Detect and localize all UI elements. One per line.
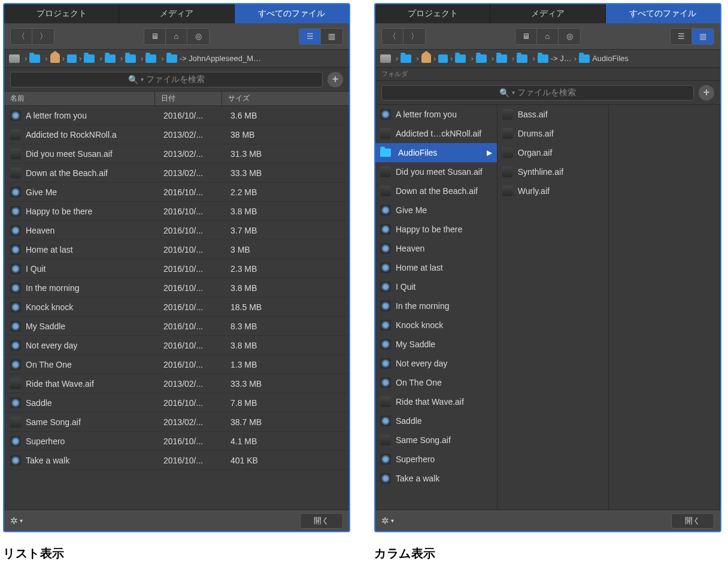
crumb-dropbox[interactable] <box>67 54 77 63</box>
crumb-folder[interactable] <box>455 54 468 63</box>
table-row[interactable]: Superhero2016/10/...4.1 MB <box>4 432 349 451</box>
list-item[interactable]: Home at last <box>375 258 497 277</box>
table-row[interactable]: Not every day2016/10/...3.8 MB <box>4 336 349 355</box>
list-item[interactable]: Wurly.aif <box>498 181 608 201</box>
list-item[interactable]: Ride that Wave.aif <box>375 392 497 411</box>
list-item[interactable]: Saddle <box>375 411 497 430</box>
list-item[interactable]: I Quit <box>375 277 497 296</box>
project-loc-button[interactable]: ◎ <box>187 29 209 44</box>
list-item[interactable]: Drums.aif <box>498 124 608 143</box>
table-row[interactable]: Knock knock2016/10/...18.5 MB <box>4 298 349 317</box>
open-button[interactable]: 開く <box>300 513 343 529</box>
tab-media[interactable]: メディア <box>119 4 234 23</box>
list-item[interactable]: AudioFiles▶ <box>375 143 497 162</box>
list-item[interactable]: Knock knock <box>375 316 497 335</box>
list-view-button[interactable]: ☰ <box>671 29 692 44</box>
column-view-button[interactable]: ▥ <box>321 29 342 44</box>
table-row[interactable]: Give Me2016/10/...2.2 MB <box>4 183 349 202</box>
crumb-home[interactable] <box>421 54 431 63</box>
file-list[interactable]: A letter from you2016/10/...3.6 MBAddict… <box>4 106 349 510</box>
forward-button[interactable]: 〉 <box>404 29 425 44</box>
crumb-folder[interactable] <box>401 54 414 63</box>
crumb-folder[interactable] <box>496 54 509 63</box>
table-row[interactable]: Happy to be there2016/10/...3.8 MB <box>4 202 349 221</box>
add-button[interactable]: + <box>699 85 714 101</box>
add-button[interactable]: + <box>327 72 343 87</box>
list-item[interactable]: Superhero <box>375 450 497 469</box>
crumb-drive[interactable] <box>380 54 393 63</box>
crumb-folder[interactable] <box>84 54 97 63</box>
list-item[interactable]: Synthline.aif <box>498 162 608 181</box>
table-row[interactable]: Take a walk2016/10/...401 KB <box>4 451 349 470</box>
table-row[interactable]: Down at the Beach.aif2013/02/...33.3 MB <box>4 163 349 183</box>
tab-all-files[interactable]: すべてのファイル <box>235 4 349 23</box>
crumb-folder[interactable] <box>517 54 530 63</box>
open-button[interactable]: 開く <box>671 513 714 529</box>
crumb-folder[interactable]: -> J… <box>538 54 572 63</box>
crumb-dropbox[interactable] <box>438 54 448 63</box>
breadcrumb[interactable]: › › › › › › › › -> JohnAppleseed_M… <box>4 50 349 68</box>
table-row[interactable]: Addicted to RockNRoll.a2013/02/...38 MB <box>4 125 349 144</box>
tab-project[interactable]: プロジェクト <box>375 4 490 23</box>
home-button[interactable]: ⌂ <box>537 29 559 44</box>
crumb-home[interactable] <box>50 54 60 63</box>
table-row[interactable]: Did you meet Susan.aif2013/02/...31.3 MB <box>4 144 349 163</box>
list-item[interactable]: Same Song.aif <box>375 430 497 450</box>
column-1[interactable]: A letter from youAddicted t…ckNRoll.aifA… <box>375 105 498 510</box>
column-3[interactable] <box>609 105 720 510</box>
list-view-button[interactable]: ☰ <box>299 29 321 44</box>
table-row[interactable]: Saddle2016/10/...7.8 MB <box>4 393 349 413</box>
table-row[interactable]: I Quit2016/10/...2.3 MB <box>4 259 349 278</box>
action-menu[interactable]: ✲▾ <box>10 516 23 526</box>
list-item[interactable]: Down at the Beach.aif <box>375 181 497 201</box>
crumb-folder[interactable] <box>29 54 43 63</box>
table-row[interactable]: In the morning2016/10/...3.8 MB <box>4 278 349 298</box>
table-row[interactable]: Heaven2016/10/...3.7 MB <box>4 221 349 240</box>
crumb-folder[interactable] <box>145 54 159 63</box>
tab-project[interactable]: プロジェクト <box>4 4 119 23</box>
list-item[interactable]: Take a walk <box>375 469 497 488</box>
list-item[interactable]: Not every day <box>375 354 497 373</box>
crumb-folder[interactable] <box>476 54 489 63</box>
back-button[interactable]: 〈 <box>11 29 32 44</box>
table-row[interactable]: Same Song.aif2013/02/...38.7 MB <box>4 413 349 432</box>
search-input[interactable]: 🔍 ▾ ファイルを検索 <box>10 72 323 87</box>
crumb-drive[interactable] <box>9 54 22 63</box>
breadcrumb[interactable]: › › › › › › › › -> J…› AudioFiles <box>375 50 720 68</box>
forward-button[interactable]: 〉 <box>32 29 54 44</box>
column-2[interactable]: Bass.aifDrums.aifOrgan.aifSynthline.aifW… <box>498 105 609 510</box>
tab-all-files[interactable]: すべてのファイル <box>606 4 720 23</box>
header-name[interactable]: 名前 <box>4 92 155 105</box>
crumb-folder[interactable] <box>125 54 138 63</box>
crumb-current[interactable]: -> JohnAppleseed_M… <box>166 54 261 63</box>
list-item[interactable]: Happy to be there <box>375 220 497 239</box>
list-item[interactable]: Heaven <box>375 239 497 258</box>
list-item[interactable]: Organ.aif <box>498 143 608 162</box>
tab-media[interactable]: メディア <box>490 4 605 23</box>
computer-button[interactable]: 🖥 <box>144 29 166 44</box>
list-item[interactable]: A letter from you <box>375 105 497 124</box>
crumb-current[interactable]: AudioFiles <box>579 54 629 63</box>
table-row[interactable]: My Saddle2016/10/...8.3 MB <box>4 317 349 336</box>
header-size[interactable]: サイズ <box>222 92 349 105</box>
search-input[interactable]: 🔍 ▾ ファイルを検索 <box>381 85 694 101</box>
table-row[interactable]: On The One2016/10/...1.3 MB <box>4 355 349 374</box>
header-date[interactable]: 日付 <box>155 92 222 105</box>
list-item[interactable]: My Saddle <box>375 335 497 354</box>
computer-button[interactable]: 🖥 <box>515 29 537 44</box>
table-row[interactable]: A letter from you2016/10/...3.6 MB <box>4 106 349 125</box>
action-menu[interactable]: ✲▾ <box>381 516 394 526</box>
list-item[interactable]: Bass.aif <box>498 105 608 124</box>
list-item[interactable]: Addicted t…ckNRoll.aif <box>375 124 497 143</box>
project-loc-button[interactable]: ◎ <box>559 29 580 44</box>
table-row[interactable]: Home at last2016/10/...3 MB <box>4 240 349 259</box>
crumb-folder[interactable] <box>105 54 118 63</box>
list-item[interactable]: Did you meet Susan.aif <box>375 162 497 181</box>
back-button[interactable]: 〈 <box>382 29 404 44</box>
home-button[interactable]: ⌂ <box>166 29 187 44</box>
list-item[interactable]: In the morning <box>375 296 497 316</box>
list-item[interactable]: On The One <box>375 373 497 392</box>
table-row[interactable]: Ride that Wave.aif2013/02/...33.3 MB <box>4 374 349 393</box>
column-view-button[interactable]: ▥ <box>692 29 714 44</box>
column-view-area[interactable]: A letter from youAddicted t…ckNRoll.aifA… <box>375 105 720 510</box>
